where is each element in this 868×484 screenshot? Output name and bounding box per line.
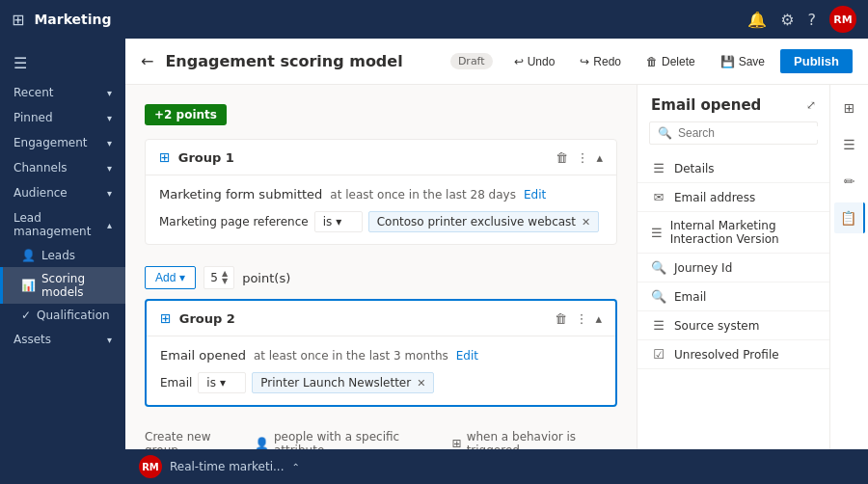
unresolved-profile-label: Unresolved Profile xyxy=(674,348,779,362)
channels-label: Channels xyxy=(14,161,68,175)
undo-button[interactable]: ↩ Undo xyxy=(504,51,565,72)
group1-edit-link[interactable]: Edit xyxy=(524,188,546,202)
journey-id-icon: 🔍 xyxy=(651,260,666,275)
sidebar-item-leads[interactable]: 👤 Leads xyxy=(0,244,125,267)
strip-icon-4-active[interactable]: 📋 xyxy=(834,202,865,233)
recent-label: Recent xyxy=(14,86,53,99)
group2-delete-icon[interactable]: 🗑 xyxy=(555,311,567,326)
points-arrows[interactable]: ▲ ▼ xyxy=(222,270,228,285)
points-badge: +2 points xyxy=(145,104,227,125)
unresolved-profile-icon: ☑ xyxy=(651,347,666,362)
points-value: 5 xyxy=(210,271,218,284)
avatar[interactable]: RM xyxy=(829,6,856,33)
points-down-icon[interactable]: ▼ xyxy=(222,278,228,285)
group2-chip-remove[interactable]: ✕ xyxy=(417,377,425,390)
save-label: Save xyxy=(739,55,765,68)
lead-management-label: Lead management xyxy=(14,211,107,238)
panel-list-item-journey-id[interactable]: 🔍 Journey Id xyxy=(637,254,829,282)
group2-more-icon[interactable]: ⋮ xyxy=(575,311,587,326)
gear-icon[interactable]: ⚙ xyxy=(780,11,794,29)
panel-search[interactable]: 🔍 xyxy=(649,121,818,145)
points-control[interactable]: 5 ▲ ▼ xyxy=(203,266,234,289)
back-button[interactable]: ← xyxy=(141,52,153,70)
group1-field-row: Marketing page reference is ▾ Contoso pr… xyxy=(159,211,603,232)
canvas: +2 points ⊞ Group 1 🗑 ⋮ ▴ Ma xyxy=(125,85,637,449)
sidebar-section-pinned[interactable]: Pinned ▾ xyxy=(0,105,125,130)
draft-badge: Draft xyxy=(450,53,493,69)
strip-icon-1[interactable]: ⊞ xyxy=(834,93,865,123)
qualification-label: Qualification xyxy=(37,309,110,322)
bottom-bar: RM Real-time marketi... ⌃ xyxy=(125,449,868,484)
sidebar-section-recent[interactable]: Recent ▾ xyxy=(0,80,125,105)
sidebar-item-scoring-models[interactable]: 📊 Scoring models xyxy=(0,267,125,304)
panel-list-item-internal-marketing[interactable]: ☰ Internal Marketing Interaction Version xyxy=(637,212,829,254)
group2-operator-value: is xyxy=(206,376,216,390)
sidebar-section-audience[interactable]: Audience ▾ xyxy=(0,180,125,205)
group1-header: ⊞ Group 1 🗑 ⋮ ▴ xyxy=(146,140,616,175)
panel-list-item-email[interactable]: 🔍 Email xyxy=(637,282,829,311)
panel-list-item-source-system[interactable]: ☰ Source system xyxy=(637,311,829,340)
grid-icon[interactable]: ⊞ xyxy=(12,11,24,29)
delete-button[interactable]: 🗑 Delete xyxy=(637,51,705,72)
leads-label: Leads xyxy=(41,249,75,262)
group1-operator-value: is xyxy=(323,215,333,229)
group1-chip-text: Contoso printer exclusive webcast xyxy=(377,215,576,229)
hamburger-icon[interactable]: ☰ xyxy=(0,46,125,80)
group1-value-chip: Contoso printer exclusive webcast ✕ xyxy=(368,211,600,232)
group2-collapse-icon[interactable]: ▴ xyxy=(595,311,602,326)
panel-expand-icon[interactable]: ⤢ xyxy=(806,98,816,112)
group2-header: ⊞ Group 2 🗑 ⋮ ▴ xyxy=(147,301,615,336)
behavior-label: when a behavior is triggered xyxy=(467,430,617,449)
redo-button[interactable]: ↪ Redo xyxy=(570,51,631,72)
add-button[interactable]: Add ▾ xyxy=(145,266,196,289)
lead-management-chevron: ▴ xyxy=(107,220,112,230)
assets-chevron: ▾ xyxy=(107,335,112,345)
help-icon[interactable]: ? xyxy=(808,11,817,29)
panel-list-item-details[interactable]: ☰ Details xyxy=(637,154,829,183)
save-button[interactable]: 💾 Save xyxy=(711,51,774,72)
sidebar-section-assets[interactable]: Assets ▾ xyxy=(0,327,125,352)
redo-label: Redo xyxy=(593,55,621,68)
group2-edit-link[interactable]: Edit xyxy=(456,349,478,363)
bell-icon[interactable]: 🔔 xyxy=(747,11,767,29)
group1-operator-select[interactable]: is ▾ xyxy=(314,211,363,232)
group2-field-label: Email xyxy=(160,376,192,390)
sidebar-item-qualification[interactable]: ✓ Qualification xyxy=(0,304,125,327)
qualification-icon: ✓ xyxy=(21,309,31,322)
main-layout: ☰ Recent ▾ Pinned ▾ Engagement ▾ Channel… xyxy=(0,39,868,484)
engagement-label: Engagement xyxy=(14,136,88,149)
search-input[interactable] xyxy=(678,126,823,140)
header-actions: ↩ Undo ↪ Redo 🗑 Delete 💾 Save Publish xyxy=(504,49,853,73)
panel-title: Email opened xyxy=(651,96,761,114)
internal-marketing-label: Internal Marketing Interaction Version xyxy=(670,219,816,246)
panel-content: Email opened ⤢ 🔍 ☰ Details ✉ xyxy=(637,85,829,449)
group2-condition-label: Email opened xyxy=(160,348,246,363)
group2-title: Group 2 xyxy=(179,311,548,326)
panel-list-item-email-address[interactable]: ✉ Email address xyxy=(637,183,829,212)
sidebar-section-lead-management[interactable]: Lead management ▴ xyxy=(0,205,125,244)
email-icon: 🔍 xyxy=(651,289,666,304)
pinned-label: Pinned xyxy=(14,111,53,124)
group2-value-chip: Printer Launch Newsletter ✕ xyxy=(252,372,434,393)
sidebar-section-engagement[interactable]: Engagement ▾ xyxy=(0,130,125,155)
email-label: Email xyxy=(674,290,706,304)
panel-list-item-unresolved-profile[interactable]: ☑ Unresolved Profile xyxy=(637,340,829,369)
undo-icon: ↩ xyxy=(514,55,524,68)
group1-more-icon[interactable]: ⋮ xyxy=(576,150,588,165)
group2-field-row: Email is ▾ Printer Launch Newsletter ✕ xyxy=(160,372,602,393)
source-system-label: Source system xyxy=(674,319,759,333)
create-group-attribute[interactable]: 👤 people with a specific attribute xyxy=(255,430,437,449)
bottom-chevron[interactable]: ⌃ xyxy=(292,462,300,472)
group1-collapse-icon[interactable]: ▴ xyxy=(596,150,603,165)
strip-icon-3[interactable]: ✏ xyxy=(834,166,865,197)
create-group-behavior[interactable]: ⊞ when a behavior is triggered xyxy=(452,430,617,449)
group2-icon: ⊞ xyxy=(160,310,172,326)
sidebar-section-channels[interactable]: Channels ▾ xyxy=(0,155,125,180)
publish-button[interactable]: Publish xyxy=(780,49,853,73)
strip-icon-2[interactable]: ☰ xyxy=(834,129,865,160)
group2-operator-select[interactable]: is ▾ xyxy=(198,372,246,393)
search-icon: 🔍 xyxy=(658,126,672,140)
group1-delete-icon[interactable]: 🗑 xyxy=(556,150,568,165)
group1-chip-remove[interactable]: ✕ xyxy=(582,216,590,229)
audience-chevron: ▾ xyxy=(107,188,112,199)
